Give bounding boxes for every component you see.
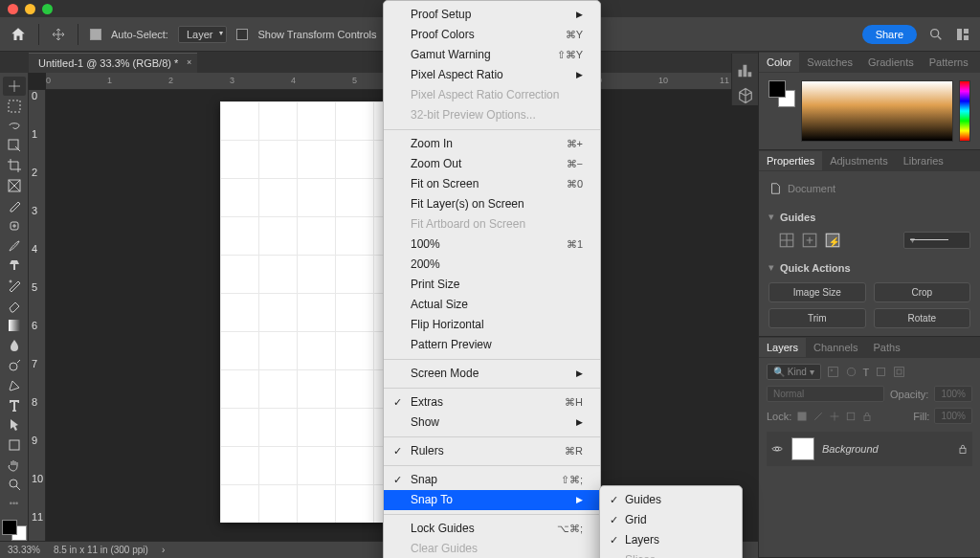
- filter-image-icon[interactable]: [827, 366, 839, 378]
- path-select-tool[interactable]: [3, 415, 26, 435]
- blur-tool[interactable]: [3, 336, 26, 355]
- visibility-icon[interactable]: [770, 442, 784, 456]
- close-tab-icon[interactable]: ×: [187, 57, 191, 67]
- menu-item-fit-on-screen[interactable]: Fit on Screen⌘0: [384, 174, 600, 194]
- brush-tool[interactable]: [3, 236, 26, 256]
- crop-tool[interactable]: [3, 156, 26, 175]
- submenu-item-grid[interactable]: Grid: [600, 510, 742, 530]
- tab-libraries[interactable]: Libraries: [896, 151, 951, 170]
- menu-item-snap[interactable]: Snap⇧⌘;: [384, 470, 600, 490]
- close-window-icon[interactable]: [8, 4, 18, 14]
- panel-swatch[interactable]: [768, 80, 795, 107]
- tab-properties[interactable]: Properties: [759, 151, 822, 170]
- auto-select-target-dropdown[interactable]: Layer: [178, 26, 228, 43]
- menu-item-200[interactable]: 200%: [384, 255, 600, 275]
- move-tool[interactable]: [3, 77, 26, 96]
- tab-patterns[interactable]: Patterns: [922, 53, 976, 72]
- home-icon[interactable]: [10, 26, 27, 43]
- eraser-tool[interactable]: [3, 296, 26, 315]
- snap-to-submenu[interactable]: GuidesGridLayersSlicesDocument BoundsAll…: [599, 485, 743, 558]
- layers-panel-tabs[interactable]: Layers Channels Paths: [759, 337, 980, 358]
- qa-image-size-button[interactable]: Image Size: [768, 282, 866, 302]
- document-tab[interactable]: Untitled-1 @ 33.3% (RGB/8) * ×: [29, 53, 197, 73]
- menu-item-proof-colors[interactable]: Proof Colors⌘Y: [384, 25, 600, 45]
- minimize-window-icon[interactable]: [25, 4, 35, 14]
- menu-item-actual-size[interactable]: Actual Size: [384, 295, 600, 315]
- guide-add-icon[interactable]: [801, 232, 818, 249]
- properties-panel-tabs[interactable]: Properties Adjustments Libraries: [759, 150, 980, 171]
- doc-dimensions[interactable]: 8.5 in x 11 in (300 ppi): [54, 545, 148, 555]
- qa-crop-button[interactable]: Crop: [874, 282, 971, 302]
- hue-slider[interactable]: [959, 80, 970, 142]
- filter-smart-icon[interactable]: [893, 366, 905, 378]
- tab-color[interactable]: Color: [759, 53, 799, 72]
- fill-value[interactable]: 100%: [934, 408, 972, 424]
- menu-item-zoom-out[interactable]: Zoom Out⌘−: [384, 154, 600, 174]
- opacity-value[interactable]: 100%: [934, 386, 972, 402]
- color-panel-tabs[interactable]: Color Swatches Gradients Patterns: [759, 52, 980, 73]
- layer-name[interactable]: Background: [822, 443, 879, 455]
- object-select-tool[interactable]: [3, 136, 26, 155]
- type-tool[interactable]: [3, 395, 26, 414]
- tab-swatches[interactable]: Swatches: [799, 53, 860, 72]
- lock-position-icon[interactable]: [829, 411, 840, 422]
- menu-item-flip-horizontal[interactable]: Flip Horizontal: [384, 315, 600, 335]
- lock-artboard-icon[interactable]: [845, 411, 857, 422]
- menu-item-screen-mode[interactable]: Screen Mode▶: [384, 364, 600, 384]
- window-traffic-lights[interactable]: [8, 4, 53, 14]
- menu-item-pixel-aspect-ratio[interactable]: Pixel Aspect Ratio▶: [384, 65, 600, 85]
- menu-item-extras[interactable]: Extras⌘H: [384, 392, 600, 413]
- status-more-icon[interactable]: ›: [162, 545, 165, 555]
- hand-tool[interactable]: [3, 456, 26, 475]
- tab-adjustments[interactable]: Adjustments: [822, 151, 896, 170]
- layer-row-background[interactable]: Background: [767, 432, 972, 466]
- vertical-ruler[interactable]: 01234567891011: [29, 90, 46, 541]
- qa-trim-button[interactable]: Trim: [768, 308, 866, 328]
- qa-rotate-button[interactable]: Rotate: [874, 308, 971, 328]
- menu-item-proof-setup[interactable]: Proof Setup▶: [384, 5, 600, 25]
- lock-icon[interactable]: [957, 443, 969, 455]
- menu-item-pattern-preview[interactable]: Pattern Preview: [384, 335, 600, 355]
- blend-mode-dropdown[interactable]: Normal: [767, 386, 884, 402]
- tab-layers[interactable]: Layers: [759, 338, 806, 357]
- quick-actions-label[interactable]: Quick Actions: [780, 262, 851, 274]
- pen-tool[interactable]: [3, 375, 26, 394]
- menu-item-rulers[interactable]: Rulers⌘R: [384, 441, 600, 461]
- gradient-tool[interactable]: [3, 316, 26, 335]
- zoom-tool[interactable]: [3, 476, 26, 495]
- history-brush-tool[interactable]: [3, 276, 26, 295]
- 3d-panel-icon[interactable]: [736, 86, 755, 105]
- lasso-tool[interactable]: [3, 117, 26, 136]
- clone-tool[interactable]: [3, 256, 26, 275]
- fg-bg-swatch[interactable]: [2, 520, 27, 540]
- layer-filter-kind[interactable]: 🔍 Kind ▾: [767, 364, 821, 380]
- zoom-level[interactable]: 33.33%: [8, 545, 40, 555]
- filter-shape-icon[interactable]: [875, 366, 887, 378]
- histogram-icon[interactable]: [736, 61, 755, 80]
- submenu-item-layers[interactable]: Layers: [600, 530, 742, 550]
- view-menu-dropdown[interactable]: Proof Setup▶Proof Colors⌘YGamut Warning⇧…: [383, 0, 601, 558]
- guide-style-dropdown[interactable]: ▾: [903, 232, 970, 249]
- dodge-tool[interactable]: [3, 356, 26, 375]
- guide-auto-icon[interactable]: ⚡: [824, 232, 841, 249]
- layer-thumbnail[interactable]: [791, 437, 814, 460]
- menu-item-print-size[interactable]: Print Size: [384, 275, 600, 295]
- move-tool-icon[interactable]: [51, 27, 66, 42]
- tab-gradients[interactable]: Gradients: [860, 53, 922, 72]
- auto-select-checkbox[interactable]: [90, 29, 101, 40]
- show-transform-checkbox[interactable]: [236, 29, 248, 40]
- guides-section-label[interactable]: Guides: [780, 212, 815, 223]
- frame-tool[interactable]: [3, 176, 26, 195]
- menu-item-show[interactable]: Show▶: [384, 413, 600, 433]
- menu-item-fit-layer-s-on-screen[interactable]: Fit Layer(s) on Screen: [384, 194, 600, 214]
- lock-pixels-icon[interactable]: [796, 411, 808, 422]
- menu-item-lock-guides[interactable]: Lock Guides⌥⌘;: [384, 519, 600, 539]
- filter-adjust-icon[interactable]: [845, 366, 858, 378]
- guide-grid-icon[interactable]: [778, 232, 795, 249]
- search-icon[interactable]: [928, 27, 944, 42]
- shape-tool[interactable]: [3, 435, 26, 455]
- zoom-window-icon[interactable]: [42, 4, 53, 14]
- tab-channels[interactable]: Channels: [806, 338, 865, 357]
- submenu-item-guides[interactable]: Guides: [600, 490, 742, 510]
- share-button[interactable]: Share: [862, 25, 917, 44]
